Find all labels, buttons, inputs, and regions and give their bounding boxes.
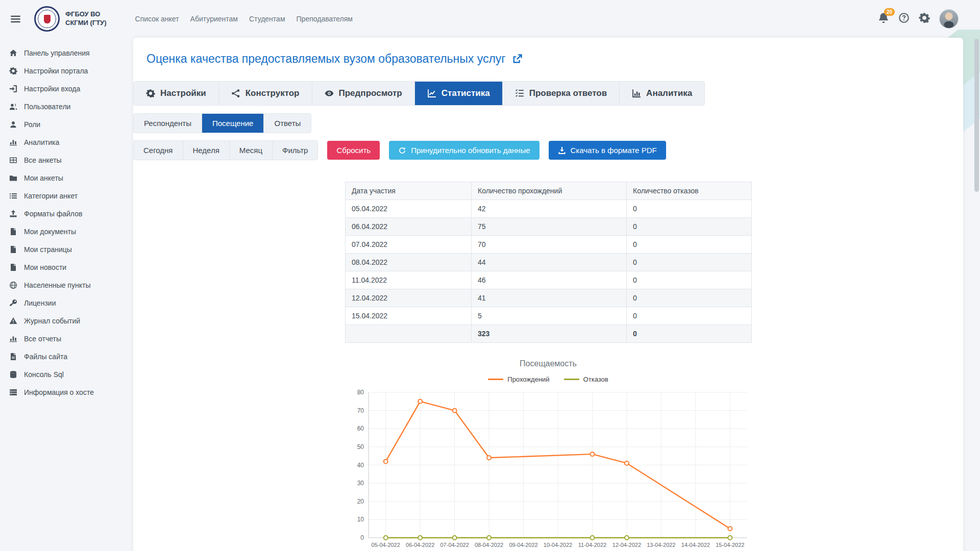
page-header: Оценка качества предоставляемых вузом об… (133, 38, 963, 66)
table-cell: 0 (627, 236, 752, 254)
globe-icon (9, 281, 17, 289)
table-cell: 15.04.2022 (346, 307, 472, 325)
table-cell: 44 (472, 254, 627, 271)
sidebar: Панель управленияНастройки порталаНастро… (0, 38, 128, 551)
sidebar-item-my-forms[interactable]: Мои анкеты (0, 169, 128, 187)
sidebar-item-dashboard[interactable]: Панель управления (0, 44, 128, 62)
notification-badge: 20 (884, 8, 895, 16)
table-cell: 0 (627, 218, 752, 236)
tab-label: Проверка ответов (529, 88, 607, 98)
nav-teachers[interactable]: Преподавателям (297, 15, 353, 23)
table-cell: 42 (472, 200, 627, 218)
svg-text:50: 50 (357, 443, 364, 450)
sidebar-item-roles[interactable]: Роли (0, 115, 128, 133)
table-total-cell (346, 325, 472, 343)
gear-icon (9, 67, 17, 75)
sidebar-item-settlements[interactable]: Населенные пункты (0, 276, 128, 294)
download-pdf-label: Скачать в формате PDF (571, 146, 657, 155)
subtab-visits[interactable]: Посещение (202, 114, 264, 133)
notifications-button[interactable]: 20 (878, 12, 889, 26)
file-icon (9, 228, 17, 236)
sidebar-item-form-categories[interactable]: Категории анкет (0, 187, 128, 205)
vertical-scrollbar-thumb[interactable] (974, 39, 979, 192)
svg-text:40: 40 (357, 462, 364, 469)
user-avatar[interactable] (939, 9, 959, 29)
sidebar-item-login-settings[interactable]: Настройки входа (0, 80, 128, 97)
range-filters: СегодняНеделяМесяцФильтр (133, 140, 318, 160)
sidebar-item-licenses[interactable]: Лицензии (0, 294, 128, 312)
nav-form-list[interactable]: Список анкет (135, 15, 179, 23)
table-cell: 46 (472, 271, 627, 289)
sidebar-item-label: Настройки портала (24, 67, 88, 75)
sidebar-item-my-pages[interactable]: Мои страницы (0, 240, 128, 258)
download-pdf-button[interactable]: Скачать в формате PDF (549, 141, 666, 160)
sidebar-item-label: Мои анкеты (24, 174, 63, 182)
svg-text:70: 70 (357, 407, 364, 414)
list-icon (9, 192, 17, 200)
sidebar-item-event-log[interactable]: Журнал событий (0, 312, 128, 330)
range-month-button[interactable]: Месяц (230, 141, 273, 160)
external-link-icon[interactable] (512, 54, 523, 64)
upload-icon (9, 210, 17, 218)
table-row: 05.04.2022420 (346, 200, 752, 218)
main-tabs: НастройкиКонструкторПредпросмотрСтатисти… (133, 81, 705, 106)
tab-preview[interactable]: Предпросмотр (312, 82, 415, 105)
brand[interactable]: ФГБОУ ВО СКГМИ (ГТУ) (34, 6, 107, 32)
sidebar-item-label: Журнал событий (24, 317, 80, 325)
tab-analytics[interactable]: Аналитика (620, 82, 704, 105)
sidebar-item-label: Панель управления (24, 49, 90, 57)
sidebar-item-analytics[interactable]: Аналитика (0, 133, 128, 151)
legend-item[interactable]: Прохождений (488, 375, 549, 383)
file-icon (9, 245, 17, 254)
sidebar-item-all-reports[interactable]: Все отчеты (0, 330, 128, 347)
nav-applicants[interactable]: Абитуриентам (190, 15, 238, 23)
svg-text:06-04-2022: 06-04-2022 (406, 542, 434, 548)
svg-text:10-04-2022: 10-04-2022 (544, 542, 572, 548)
sidebar-item-all-forms[interactable]: Все анкеты (0, 151, 128, 169)
sidebar-item-my-documents[interactable]: Мои документы (0, 222, 128, 240)
sidebar-item-file-formats[interactable]: Форматы файлов (0, 205, 128, 222)
nav-students[interactable]: Студентам (249, 15, 285, 23)
tab-constructor[interactable]: Конструктор (219, 82, 312, 105)
range-week-button[interactable]: Неделя (183, 141, 230, 160)
settings-button[interactable] (919, 12, 930, 26)
subtab-answers[interactable]: Ответы (264, 114, 311, 133)
university-logo (34, 6, 60, 32)
range-filter-button[interactable]: Фильтр (273, 141, 317, 160)
page-title: Оценка качества предоставляемых вузом об… (146, 52, 950, 66)
tab-statistics[interactable]: Статистика (415, 82, 503, 105)
svg-text:05-04-2022: 05-04-2022 (372, 542, 400, 548)
sidebar-item-portal-settings[interactable]: Настройки портала (0, 62, 128, 80)
sidebar-item-label: Аналитика (24, 138, 59, 146)
tab-label: Статистика (442, 88, 490, 98)
org-line2: СКГМИ (ГТУ) (65, 19, 107, 28)
range-today-button[interactable]: Сегодня (134, 141, 183, 160)
table-cell: 70 (472, 236, 627, 254)
sidebar-item-my-news[interactable]: Мои новости (0, 258, 128, 276)
table-row: 15.04.202250 (346, 307, 752, 325)
sidebar-item-sql-console[interactable]: Консоль Sql (0, 365, 128, 383)
table-cell: 08.04.2022 (346, 254, 472, 271)
tab-label: Аналитика (646, 88, 692, 98)
reset-button[interactable]: Сбросить (327, 141, 380, 160)
subtab-respondents[interactable]: Респонденты (134, 114, 202, 133)
sidebar-item-site-files[interactable]: Файлы сайта (0, 347, 128, 365)
page-title-text: Оценка качества предоставляемых вузом об… (146, 52, 506, 66)
sidebar-item-label: Консоль Sql (24, 370, 64, 379)
hamburger-menu-icon[interactable] (9, 14, 22, 24)
force-refresh-label: Принудительно обновить данные (411, 146, 530, 155)
sidebar-item-host-info[interactable]: Информация о хосте (0, 383, 128, 401)
logo-ring (38, 10, 56, 28)
tab-settings[interactable]: Настройки (134, 82, 219, 105)
legend-item[interactable]: Отказов (564, 375, 608, 383)
force-refresh-button[interactable]: Принудительно обновить данные (389, 141, 539, 160)
table-total-cell: 323 (472, 325, 627, 343)
table-cell: 0 (627, 271, 752, 289)
sidebar-item-users[interactable]: Пользователи (0, 97, 128, 115)
help-button[interactable] (898, 12, 910, 26)
table-column-header: Количество прохождений (472, 182, 627, 200)
tab-answer-check[interactable]: Проверка ответов (503, 82, 620, 105)
table-row: 07.04.2022700 (346, 236, 752, 254)
question-circle-icon (898, 12, 910, 23)
gear-icon (919, 12, 930, 23)
